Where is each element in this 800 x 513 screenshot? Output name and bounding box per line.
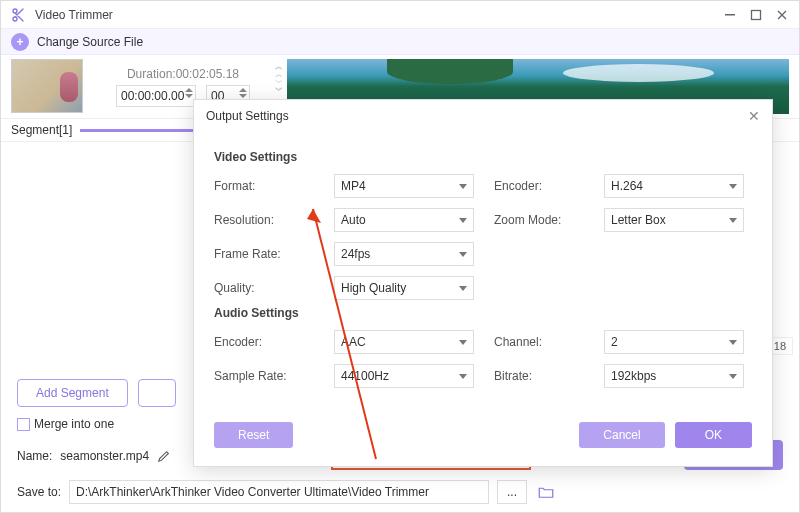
svg-rect-0 (725, 14, 735, 16)
spinner-icon[interactable] (185, 88, 193, 98)
output-settings-modal: Output Settings ✕ Video Settings Format:… (193, 99, 773, 467)
encoder-label: Encoder: (494, 179, 584, 193)
format-select[interactable]: MP4 (334, 174, 474, 198)
name-label: Name: (17, 449, 52, 463)
checkbox-icon (17, 418, 30, 431)
caret-down-icon (729, 340, 737, 345)
bitrate-select[interactable]: 192kbps (604, 364, 744, 388)
audio-encoder-label: Encoder: (214, 335, 314, 349)
modal-title: Output Settings (206, 109, 289, 123)
secondary-button[interactable] (138, 379, 176, 407)
open-folder-icon[interactable] (535, 481, 557, 503)
name-value: seamonster.mp4 (60, 449, 149, 463)
encoder-select[interactable]: H.264 (604, 174, 744, 198)
video-settings-header: Video Settings (214, 150, 752, 164)
sample-rate-select[interactable]: 44100Hz (334, 364, 474, 388)
reorder-arrows[interactable]: ︽︿﹀︾ (275, 63, 283, 94)
cancel-button[interactable]: Cancel (579, 422, 664, 448)
spinner-icon[interactable] (239, 88, 247, 98)
caret-down-icon (459, 252, 467, 257)
format-label: Format: (214, 179, 314, 193)
channel-select[interactable]: 2 (604, 330, 744, 354)
close-button[interactable] (775, 8, 789, 22)
duration-label: Duration:00:02:05.18 (127, 67, 239, 81)
save-path-input[interactable]: D:\ArkThinker\ArkThinker Video Converter… (69, 480, 489, 504)
app-window: Video Trimmer + Change Source File Durat… (0, 0, 800, 513)
bitrate-label: Bitrate: (494, 369, 584, 383)
caret-down-icon (459, 184, 467, 189)
zoom-label: Zoom Mode: (494, 213, 584, 227)
resolution-select[interactable]: Auto (334, 208, 474, 232)
edit-name-icon[interactable] (157, 449, 171, 463)
channel-label: Channel: (494, 335, 584, 349)
caret-down-icon (459, 286, 467, 291)
browse-button[interactable]: ... (497, 480, 527, 504)
modal-close-icon[interactable]: ✕ (748, 108, 760, 124)
audio-encoder-select[interactable]: AAC (334, 330, 474, 354)
sample-rate-label: Sample Rate: (214, 369, 314, 383)
svg-rect-1 (752, 10, 761, 19)
scissor-icon (11, 7, 27, 23)
window-title: Video Trimmer (35, 8, 711, 22)
segment-thumbnail[interactable] (11, 59, 83, 113)
caret-down-icon (459, 340, 467, 345)
reset-button[interactable]: Reset (214, 422, 293, 448)
start-time-input[interactable]: 00:00:00.00 (116, 85, 196, 107)
caret-down-icon (729, 184, 737, 189)
save-to-label: Save to: (17, 485, 61, 499)
framerate-select[interactable]: 24fps (334, 242, 474, 266)
change-source-label[interactable]: Change Source File (37, 35, 143, 49)
caret-down-icon (459, 374, 467, 379)
resolution-label: Resolution: (214, 213, 314, 227)
source-bar: + Change Source File (1, 29, 799, 55)
caret-down-icon (729, 374, 737, 379)
ok-button[interactable]: OK (675, 422, 752, 448)
plus-icon[interactable]: + (11, 33, 29, 51)
merge-checkbox[interactable]: Merge into one (17, 417, 114, 431)
minimize-button[interactable] (723, 8, 737, 22)
zoom-select[interactable]: Letter Box (604, 208, 744, 232)
caret-down-icon (459, 218, 467, 223)
title-bar: Video Trimmer (1, 1, 799, 29)
quality-select[interactable]: High Quality (334, 276, 474, 300)
framerate-label: Frame Rate: (214, 247, 314, 261)
segment-label: Segment[1] (11, 123, 72, 137)
maximize-button[interactable] (749, 8, 763, 22)
caret-down-icon (729, 218, 737, 223)
audio-settings-header: Audio Settings (214, 306, 752, 320)
add-segment-button[interactable]: Add Segment (17, 379, 128, 407)
quality-label: Quality: (214, 281, 314, 295)
